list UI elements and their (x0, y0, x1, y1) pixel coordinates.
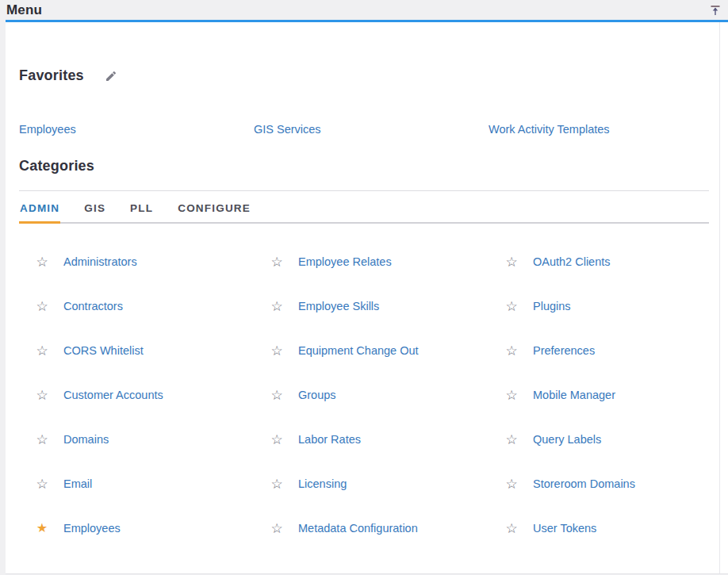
category-tabs: ADMINGISPLLCONFIGURE (19, 202, 709, 224)
star-outline-icon[interactable]: ☆ (504, 477, 519, 491)
item-link[interactable]: User Tokens (533, 522, 596, 535)
menu-item: ☆User Tokens (489, 506, 723, 550)
menu-item: ☆Metadata Configuration (254, 506, 489, 550)
menu-item: ☆Administrators (19, 240, 254, 284)
page-title: Menu (6, 2, 42, 18)
item-link[interactable]: Groups (298, 389, 336, 401)
menu-item: ☆Storeroom Domains (489, 462, 723, 506)
tab-configure[interactable]: CONFIGURE (177, 202, 251, 222)
menu-item: ★Employees (19, 506, 254, 550)
tab-gis[interactable]: GIS (83, 202, 106, 222)
categories-title: Categories (19, 158, 94, 174)
favorites-title: Favorites (19, 67, 84, 84)
favorite-link[interactable]: Work Activity Templates (489, 123, 723, 136)
category-items-grid: ☆Administrators☆Contractors☆CORS Whiteli… (19, 240, 709, 550)
favorite-link[interactable]: Employees (19, 123, 254, 136)
item-link[interactable]: Preferences (533, 344, 595, 357)
star-outline-icon[interactable]: ☆ (504, 255, 519, 269)
star-outline-icon[interactable]: ☆ (270, 477, 284, 491)
star-outline-icon[interactable]: ☆ (35, 255, 49, 269)
favorite-link[interactable]: GIS Services (254, 123, 489, 136)
item-link[interactable]: Licensing (298, 477, 347, 490)
star-outline-icon[interactable]: ☆ (35, 343, 49, 358)
menu-item: ☆CORS Whitelist (19, 328, 254, 373)
item-link[interactable]: Labor Rates (298, 433, 361, 446)
favorites-list: EmployeesGIS ServicesWork Activity Templ… (19, 123, 709, 136)
star-outline-icon[interactable]: ☆ (35, 299, 49, 313)
item-link[interactable]: CORS Whitelist (63, 344, 144, 357)
star-outline-icon[interactable]: ☆ (270, 255, 284, 269)
categories-divider (19, 190, 709, 191)
menu-item: ☆Groups (254, 373, 489, 417)
menu-item: ☆Mobile Manager (489, 373, 723, 417)
tab-admin[interactable]: ADMIN (19, 202, 60, 222)
item-link[interactable]: Employees (63, 522, 121, 535)
menu-item: ☆Email (19, 462, 254, 506)
item-link[interactable]: Administrators (63, 255, 137, 268)
menu-item: ☆Query Labels (489, 417, 723, 462)
star-outline-icon[interactable]: ☆ (504, 343, 519, 358)
item-link[interactable]: Domains (63, 433, 109, 446)
star-outline-icon[interactable]: ☆ (270, 432, 284, 447)
star-filled-icon[interactable]: ★ (35, 521, 49, 535)
menu-item: ☆Labor Rates (254, 417, 489, 462)
star-outline-icon[interactable]: ☆ (504, 432, 519, 447)
menu-panel: Favorites EmployeesGIS ServicesWork Acti… (6, 22, 728, 574)
pin-to-top-button[interactable] (708, 3, 722, 17)
item-link[interactable]: Employee Skills (298, 300, 379, 312)
star-outline-icon[interactable]: ☆ (504, 521, 519, 535)
item-link[interactable]: Plugins (533, 300, 571, 312)
item-link[interactable]: Employee Relates (298, 255, 392, 268)
menu-item: ☆OAuth2 Clients (489, 240, 723, 284)
star-outline-icon[interactable]: ☆ (504, 388, 519, 402)
item-link[interactable]: Email (63, 477, 92, 490)
star-outline-icon[interactable]: ☆ (35, 432, 49, 447)
item-link[interactable]: Contractors (63, 300, 123, 312)
star-outline-icon[interactable]: ☆ (35, 388, 49, 402)
star-outline-icon[interactable]: ☆ (270, 521, 284, 535)
pin-to-top-icon (710, 5, 721, 16)
tab-pll[interactable]: PLL (129, 202, 154, 222)
menu-item: ☆Employee Skills (254, 284, 489, 328)
item-link[interactable]: Customer Accounts (63, 389, 163, 401)
menu-item: ☆Customer Accounts (19, 373, 254, 417)
categories-section-head: Categories (19, 158, 709, 174)
item-link[interactable]: Equipment Change Out (298, 344, 419, 357)
menu-item: ☆Contractors (19, 284, 254, 328)
star-outline-icon[interactable]: ☆ (270, 343, 284, 358)
pencil-icon (105, 70, 117, 82)
star-outline-icon[interactable]: ☆ (35, 477, 49, 491)
star-outline-icon[interactable]: ☆ (270, 388, 284, 402)
item-link[interactable]: OAuth2 Clients (533, 255, 611, 268)
star-outline-icon[interactable]: ☆ (270, 299, 284, 313)
item-link[interactable]: Metadata Configuration (298, 522, 418, 535)
edit-favorites-button[interactable] (105, 70, 117, 82)
menu-item: ☆Domains (19, 417, 254, 462)
menu-item: ☆Licensing (254, 462, 489, 506)
menu-item: ☆Equipment Change Out (254, 328, 489, 373)
star-outline-icon[interactable]: ☆ (504, 299, 519, 313)
item-link[interactable]: Query Labels (533, 433, 601, 446)
menu-item: ☆Plugins (489, 284, 723, 328)
menu-header: Menu (0, 0, 728, 20)
item-link[interactable]: Storeroom Domains (533, 477, 635, 490)
item-link[interactable]: Mobile Manager (533, 389, 615, 401)
menu-item: ☆Preferences (489, 328, 723, 373)
favorites-section-head: Favorites (19, 67, 709, 84)
menu-item: ☆Employee Relates (254, 240, 489, 284)
